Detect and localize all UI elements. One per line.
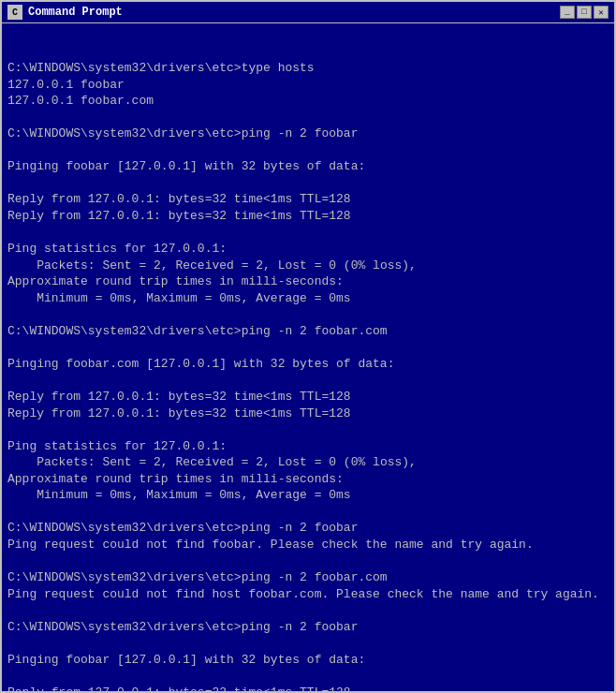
terminal-line [7, 339, 609, 356]
maximize-button[interactable]: □ [577, 6, 592, 19]
terminal-line [7, 421, 609, 438]
terminal-line [7, 504, 609, 521]
terminal-line [7, 142, 609, 159]
title-bar-controls: _ □ ✕ [560, 6, 609, 19]
terminal-line: 127.0.0.1 foobar.com [7, 93, 609, 110]
terminal-output[interactable]: C:\WINDOWS\system32\drivers\etc>type hos… [2, 23, 614, 691]
terminal-line: 127.0.0.1 foobar [7, 77, 609, 94]
close-button[interactable]: ✕ [594, 6, 609, 19]
terminal-line: Packets: Sent = 2, Received = 2, Lost = … [7, 454, 609, 471]
terminal-line: C:\WINDOWS\system32\drivers\etc>ping -n … [7, 323, 609, 340]
terminal-line: Reply from 127.0.0.1: bytes=32 time<1ms … [7, 208, 609, 225]
minimize-button[interactable]: _ [560, 6, 575, 19]
terminal-line [7, 225, 609, 242]
terminal-line: Reply from 127.0.0.1: bytes=32 time<1ms … [7, 389, 609, 405]
terminal-line [7, 635, 609, 652]
terminal-line: Pinging foobar [127.0.0.1] with 32 bytes… [7, 652, 609, 669]
terminal-line: C:\WINDOWS\system32\drivers\etc>ping -n … [7, 520, 609, 537]
terminal-line [7, 553, 609, 570]
terminal-line: C:\WINDOWS\system32\drivers\etc>type hos… [7, 60, 609, 77]
terminal-line [7, 306, 609, 323]
terminal-line [7, 602, 609, 619]
terminal-line: Approximate round trip times in milli-se… [7, 273, 609, 290]
terminal-line: Ping request could not find foobar. Plea… [7, 537, 609, 553]
terminal-line: Reply from 127.0.0.1: bytes=32 time<1ms … [7, 685, 609, 691]
terminal-line [7, 175, 609, 192]
terminal-line: Pinging foobar [127.0.0.1] with 32 bytes… [7, 158, 609, 175]
terminal-line: Ping statistics for 127.0.0.1: [7, 438, 609, 455]
terminal-line: C:\WINDOWS\system32\drivers\etc>ping -n … [7, 569, 609, 586]
terminal-line [7, 110, 609, 126]
terminal-line: Reply from 127.0.0.1: bytes=32 time<1ms … [7, 405, 609, 422]
terminal-line [7, 668, 609, 685]
terminal-line: C:\WINDOWS\system32\drivers\etc>ping -n … [7, 619, 609, 636]
terminal-line [7, 372, 609, 389]
terminal-line: Ping statistics for 127.0.0.1: [7, 241, 609, 258]
terminal-line: Ping request could not find host foobar.… [7, 586, 609, 603]
window-icon: C [7, 5, 22, 20]
window-title: Command Prompt [28, 6, 123, 19]
terminal-line: Approximate round trip times in milli-se… [7, 471, 609, 488]
terminal-line: C:\WINDOWS\system32\drivers\etc>ping -n … [7, 125, 609, 142]
cmd-window: C Command Prompt _ □ ✕ C:\WINDOWS\system… [0, 0, 616, 693]
title-bar: C Command Prompt _ □ ✕ [2, 2, 614, 23]
terminal-line: Minimum = 0ms, Maximum = 0ms, Average = … [7, 290, 609, 307]
terminal-line: Packets: Sent = 2, Received = 2, Lost = … [7, 258, 609, 274]
terminal-line: Reply from 127.0.0.1: bytes=32 time<1ms … [7, 191, 609, 208]
title-bar-left: C Command Prompt [7, 5, 123, 20]
terminal-line: Minimum = 0ms, Maximum = 0ms, Average = … [7, 487, 609, 504]
terminal-line: Pinging foobar.com [127.0.0.1] with 32 b… [7, 356, 609, 373]
